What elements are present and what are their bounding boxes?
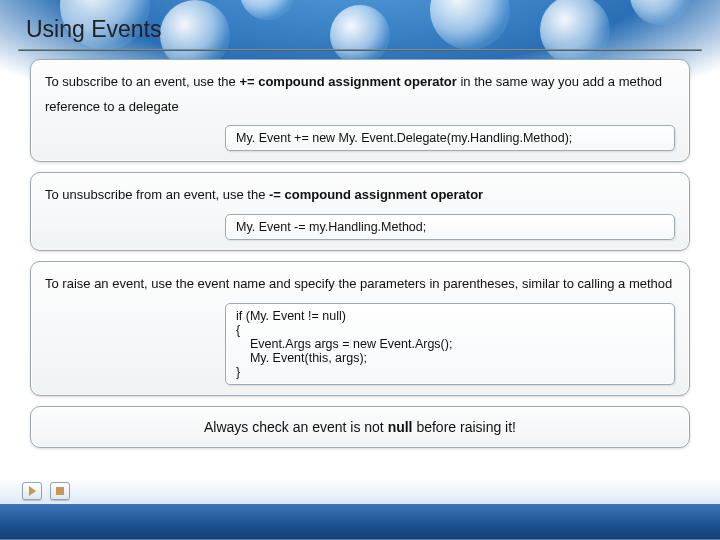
subscribe-code: My. Event += new My. Event.Delegate(my.H…: [225, 125, 675, 151]
subscribe-operator: += compound assignment operator: [239, 74, 456, 89]
stop-button[interactable]: [50, 482, 70, 500]
next-button[interactable]: [22, 482, 42, 500]
slide-nav: [22, 482, 70, 500]
raise-code: if (My. Event != null) { Event.Args args…: [225, 303, 675, 385]
unsubscribe-text: To unsubscribe from an event, use the -=…: [45, 183, 675, 208]
note-prefix: Always check an event is not: [204, 419, 388, 435]
footer-fade: [0, 478, 720, 504]
arrow-right-icon: [29, 486, 36, 496]
subscribe-text-pre: To subscribe to an event, use the: [45, 74, 239, 89]
unsubscribe-panel: To unsubscribe from an event, use the -=…: [30, 172, 690, 251]
note-panel: Always check an event is not null before…: [30, 406, 690, 448]
raise-text: To raise an event, use the event name an…: [45, 272, 675, 297]
raise-panel: To raise an event, use the event name an…: [30, 261, 690, 396]
note-suffix: before raising it!: [413, 419, 517, 435]
stop-icon: [56, 487, 64, 495]
unsubscribe-text-pre: To unsubscribe from an event, use the: [45, 187, 269, 202]
subscribe-panel: To subscribe to an event, use the += com…: [30, 59, 690, 162]
note-bold: null: [388, 419, 413, 435]
unsubscribe-code: My. Event -= my.Handling.Method;: [225, 214, 675, 240]
subscribe-text: To subscribe to an event, use the += com…: [45, 70, 675, 119]
slide-content: To subscribe to an event, use the += com…: [0, 51, 720, 448]
footer-bar: [0, 504, 720, 540]
unsubscribe-operator: -= compound assignment operator: [269, 187, 483, 202]
slide-title: Using Events: [0, 0, 720, 49]
